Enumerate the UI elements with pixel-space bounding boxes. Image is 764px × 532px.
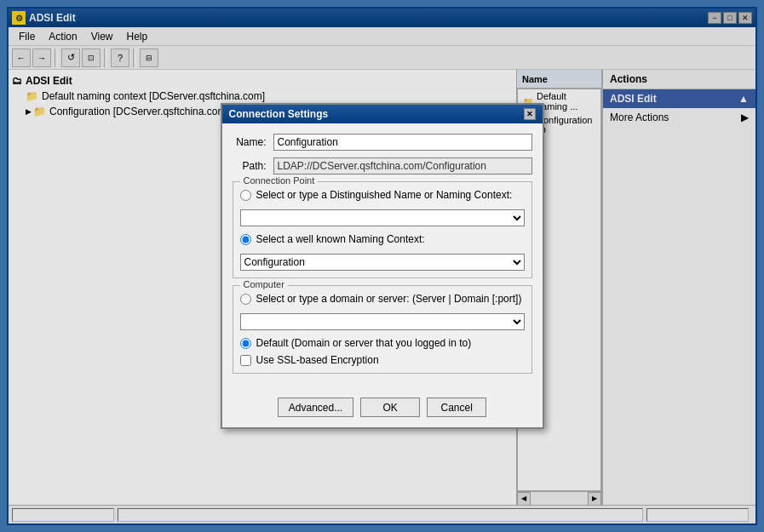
radio2-input[interactable] [240, 234, 251, 245]
radio3-row: Select or type a domain or server: (Serv… [240, 293, 525, 305]
name-input[interactable] [273, 134, 532, 151]
modal-overlay: Connection Settings ✕ Name: Path: Connec… [9, 9, 755, 523]
advanced-button[interactable]: Advanced... [278, 398, 353, 417]
ok-button[interactable]: OK [360, 398, 420, 417]
ssl-checkbox[interactable] [240, 355, 251, 366]
radio3-label: Select or type a domain or server: (Serv… [256, 293, 522, 305]
dropdown2[interactable]: Configuration [240, 254, 525, 271]
radio1-row: Select or type a Distinguished Name or N… [240, 189, 525, 201]
dialog-footer: Advanced... OK Cancel [222, 391, 543, 427]
main-window: ⚙ ADSI Edit − □ ✕ File Action View Help … [7, 7, 757, 525]
dropdown3[interactable] [240, 313, 525, 330]
radio2-row: Select a well known Naming Context: [240, 233, 525, 245]
computer-group: Computer Select or type a domain or serv… [233, 285, 532, 374]
radio1-input[interactable] [240, 190, 251, 201]
dialog-title-bar: Connection Settings ✕ [222, 105, 543, 123]
dialog-title-text: Connection Settings [229, 108, 329, 120]
radio1-label: Select or type a Distinguished Name or N… [256, 189, 513, 201]
name-row: Name: [233, 134, 532, 151]
computer-legend: Computer [240, 279, 288, 289]
cancel-button[interactable]: Cancel [427, 398, 486, 417]
dropdown1[interactable] [240, 209, 525, 226]
radio3-input[interactable] [240, 294, 251, 305]
path-label: Path: [233, 160, 267, 172]
radio4-label: Default (Domain or server that you logge… [256, 337, 472, 349]
radio2-label: Select a well known Naming Context: [256, 233, 425, 245]
ssl-label: Use SSL-based Encryption [256, 354, 379, 366]
connection-point-group: Connection Point Select or type a Distin… [233, 181, 532, 278]
ssl-checkbox-row: Use SSL-based Encryption [240, 354, 525, 366]
path-input[interactable] [273, 157, 532, 174]
dialog-body: Name: Path: Connection Point Select or t… [222, 123, 543, 391]
radio4-input[interactable] [240, 338, 251, 349]
name-label: Name: [233, 136, 267, 148]
connection-settings-dialog: Connection Settings ✕ Name: Path: Connec… [221, 103, 544, 429]
connection-point-legend: Connection Point [240, 175, 319, 186]
dialog-close-button[interactable]: ✕ [524, 108, 536, 120]
path-row: Path: [233, 157, 532, 174]
radio4-row: Default (Domain or server that you logge… [240, 337, 525, 349]
